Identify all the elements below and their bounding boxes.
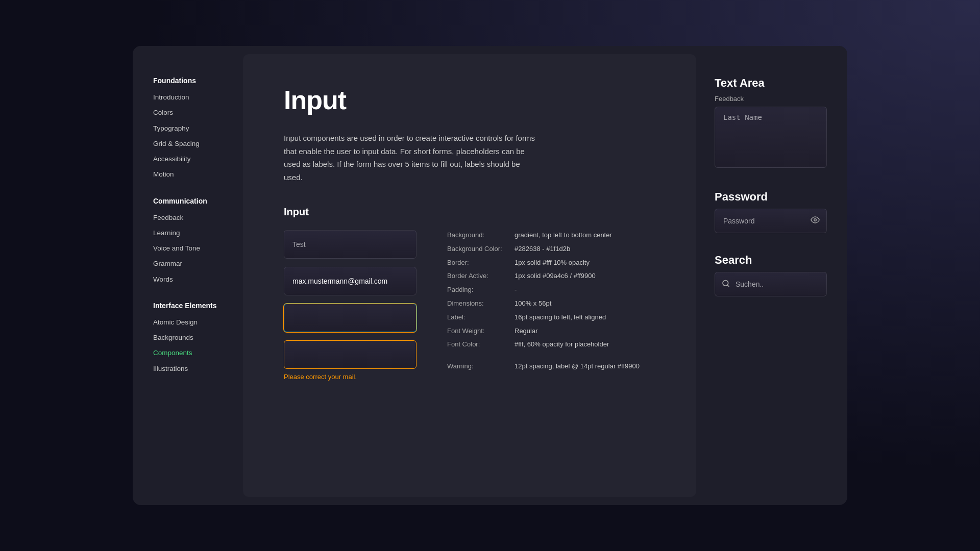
input-demo-area: Please correct your mail. Background: gr…: [284, 230, 666, 381]
sidebar-item-colors[interactable]: Colors: [153, 105, 235, 120]
search-section: Search: [715, 254, 827, 296]
sidebar-item-components[interactable]: Components: [153, 345, 235, 361]
text-area-section: Text Area Feedback: [715, 77, 827, 170]
password-title: Password: [715, 190, 827, 204]
spec-key: Border:: [447, 258, 508, 268]
spec-val: 16pt spacing to left, left aligned: [514, 312, 606, 323]
main-container: Foundations Introduction Colors Typograp…: [133, 46, 847, 505]
sidebar: Foundations Introduction Colors Typograp…: [133, 46, 235, 505]
eye-icon[interactable]: [811, 215, 820, 227]
sidebar-item-voice-tone[interactable]: Voice and Tone: [153, 241, 235, 256]
spec-table: Background: gradient, top left to bottom…: [447, 230, 666, 375]
sidebar-item-feedback[interactable]: Feedback: [153, 210, 235, 226]
search-title: Search: [715, 254, 827, 267]
spec-key: Background Color:: [447, 244, 508, 255]
sidebar-item-typography[interactable]: Typography: [153, 121, 235, 136]
page-description: Input components are used in order to cr…: [284, 132, 539, 184]
page-title: Input: [284, 85, 666, 115]
sidebar-item-grammar[interactable]: Grammar: [153, 256, 235, 271]
spec-val: Regular: [514, 326, 538, 337]
spec-row-label: Label: 16pt spacing to left, left aligne…: [447, 312, 666, 323]
sidebar-item-learning[interactable]: Learning: [153, 226, 235, 241]
sidebar-section-foundations: Foundations: [153, 77, 235, 85]
demo-input-test[interactable]: [284, 230, 416, 259]
spec-row-border-active: Border Active: 1px solid #09a4c6 / #ff99…: [447, 271, 666, 282]
spec-key: Label:: [447, 312, 508, 323]
sidebar-item-grid-spacing[interactable]: Grid & Spacing: [153, 136, 235, 152]
main-content: Input Input components are used in order…: [243, 54, 696, 497]
password-input[interactable]: [715, 209, 827, 233]
spec-row-border: Border: 1px solid #fff 10% opacity: [447, 258, 666, 268]
sidebar-item-introduction[interactable]: Introduction: [153, 90, 235, 105]
svg-point-0: [814, 219, 817, 221]
sidebar-section-interface: Interface Elements: [153, 302, 235, 310]
text-area-label: Feedback: [715, 95, 827, 103]
password-section: Password: [715, 190, 827, 233]
spec-val: #282638 - #1f1d2b: [514, 244, 570, 255]
spec-key: Border Active:: [447, 271, 508, 282]
spec-val: -: [514, 285, 517, 295]
spec-row-font-weight: Font Weight: Regular: [447, 326, 666, 337]
demo-input-active[interactable]: [284, 304, 416, 332]
search-icon: [722, 280, 730, 289]
spec-val: gradient, top left to bottom center: [514, 230, 612, 241]
spec-row-dimensions: Dimensions: 100% x 56pt: [447, 298, 666, 309]
spec-val: 100% x 56pt: [514, 298, 551, 309]
sidebar-item-illustrations[interactable]: Illustrations: [153, 361, 235, 377]
demo-input-warning[interactable]: [284, 340, 416, 369]
sidebar-item-words[interactable]: Words: [153, 272, 235, 287]
password-input-wrapper: [715, 209, 827, 233]
spec-key: Warning:: [447, 361, 508, 372]
spec-key: Padding:: [447, 285, 508, 295]
spec-key: Font Weight:: [447, 326, 508, 337]
text-area-input[interactable]: [715, 107, 827, 168]
sidebar-item-atomic-design[interactable]: Atomic Design: [153, 315, 235, 330]
spec-val: 1px solid #09a4c6 / #ff9900: [514, 271, 596, 282]
warning-message: Please correct your mail.: [284, 373, 416, 381]
spec-key: Font Color:: [447, 339, 508, 350]
search-input-wrapper: [715, 272, 827, 296]
spec-row-warning: Warning: 12pt spacing, label @ 14pt regu…: [447, 361, 666, 372]
sidebar-section-communication: Communication: [153, 197, 235, 205]
spec-key: Dimensions:: [447, 298, 508, 309]
spec-row-background: Background: gradient, top left to bottom…: [447, 230, 666, 241]
sidebar-item-motion[interactable]: Motion: [153, 167, 235, 182]
sidebar-item-accessibility[interactable]: Accessibility: [153, 152, 235, 167]
text-area-title: Text Area: [715, 77, 827, 90]
search-input[interactable]: [715, 272, 827, 296]
sidebar-item-backgrounds[interactable]: Backgrounds: [153, 330, 235, 345]
input-fields-column: Please correct your mail.: [284, 230, 416, 381]
demo-input-email[interactable]: [284, 267, 416, 295]
spec-val: #fff, 60% opacity for placeholder: [514, 339, 609, 350]
spec-row-font-color: Font Color: #fff, 60% opacity for placeh…: [447, 339, 666, 350]
input-section-title: Input: [284, 206, 666, 218]
right-panel: Text Area Feedback Password Search: [704, 46, 847, 505]
spec-val: 12pt spacing, label @ 14pt regular #ff99…: [514, 361, 640, 372]
spec-key: Background:: [447, 230, 508, 241]
spec-val: 1px solid #fff 10% opacity: [514, 258, 590, 268]
spec-row-padding: Padding: -: [447, 285, 666, 295]
spec-row-bg-color: Background Color: #282638 - #1f1d2b: [447, 244, 666, 255]
svg-line-2: [727, 285, 729, 287]
